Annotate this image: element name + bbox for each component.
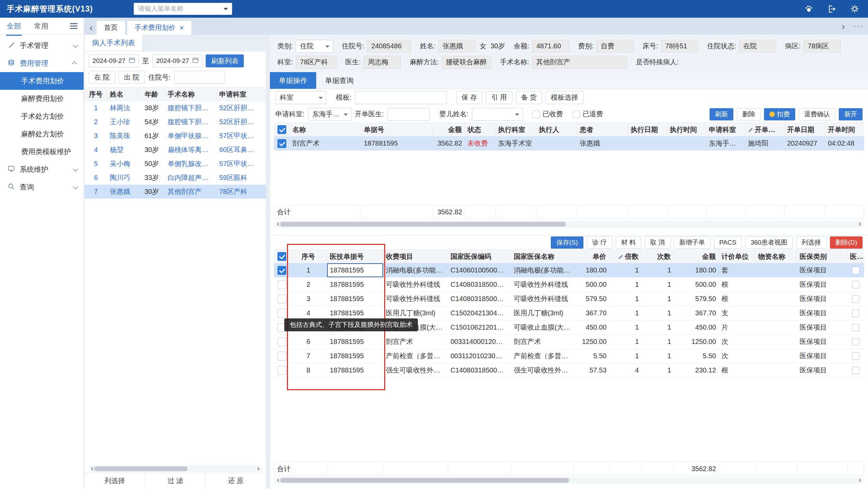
patient-360-view-button[interactable]: 360患者视图 bbox=[745, 236, 793, 249]
refund-confirm-button[interactable]: 退费确认 bbox=[799, 108, 836, 120]
tabs-more-icon[interactable]: ··· bbox=[848, 21, 868, 33]
row-checkbox[interactable] bbox=[852, 267, 859, 274]
charge-row[interactable]: 3 187881595 可吸收性外科缝线 C14080318500… 可吸收性外… bbox=[274, 292, 864, 306]
row-checkbox[interactable] bbox=[278, 280, 286, 289]
save-button[interactable]: 保 存 bbox=[456, 91, 483, 104]
category-select[interactable]: 住院 bbox=[296, 40, 333, 53]
tab-home[interactable]: 首页 bbox=[96, 21, 125, 35]
charge-row[interactable]: 1 187881595 消融电极(多功能手… C14060100500… 消融电… bbox=[274, 263, 864, 278]
row-checkbox[interactable] bbox=[278, 294, 286, 303]
row-checkbox[interactable] bbox=[852, 295, 859, 303]
treatment-button[interactable]: 诊 疗 bbox=[587, 236, 612, 249]
delete-button[interactable]: 删除 bbox=[737, 108, 761, 120]
table-row-selected[interactable]: 7 张惠娥 30岁 其他剖宫产 78区产科 bbox=[85, 185, 266, 199]
scrollbar-thumb[interactable] bbox=[280, 222, 566, 226]
save-charges-button[interactable]: 保存(S) bbox=[551, 236, 583, 249]
order-row[interactable]: 剖宫产术 187881595 3562.82 未收费 东海手术室 张惠娥 东海手… bbox=[274, 136, 864, 151]
charge-row[interactable]: 8 187881595 强生可吸收性外科… C14080318500… 强生可吸… bbox=[274, 363, 864, 378]
row-checkbox[interactable] bbox=[852, 352, 859, 360]
sidebar-item-anesthesia-fee-pricing[interactable]: 麻醉费用划价 bbox=[0, 90, 84, 107]
checkbox-icon[interactable] bbox=[532, 110, 540, 118]
date-from-input[interactable]: 2024-09-27 bbox=[89, 54, 139, 67]
scroll-left-icon[interactable] bbox=[89, 467, 93, 471]
table-row[interactable]: 6 陶川巧 33岁 白内障超声… 59区眼科 bbox=[85, 171, 266, 185]
tab-patient-surgery-list[interactable]: 病人手术列表 bbox=[85, 35, 143, 51]
stock-button[interactable]: 备 货 bbox=[516, 91, 542, 104]
scroll-left-icon[interactable] bbox=[275, 222, 279, 226]
sidebar-item-query[interactable]: 查询 bbox=[0, 178, 84, 196]
delete-charges-button[interactable]: 删除(D) bbox=[830, 236, 863, 249]
dept-select[interactable]: 科室 bbox=[276, 91, 326, 104]
new-order-button[interactable]: 新开 bbox=[839, 108, 863, 120]
order-doctor-input[interactable] bbox=[387, 108, 430, 121]
pacs-button[interactable]: PACS bbox=[714, 236, 742, 249]
scroll-right-icon[interactable] bbox=[258, 467, 262, 471]
column-select-button[interactable]: 列选择 bbox=[85, 473, 145, 488]
discharged-button[interactable]: 出 院 bbox=[119, 71, 145, 84]
add-sub-order-button[interactable]: 新增子单 bbox=[674, 236, 711, 249]
sidebar-item-anesthesia-prescription-pricing[interactable]: 麻醉处方划价 bbox=[0, 125, 84, 143]
tab-common[interactable]: 常用 bbox=[33, 19, 49, 33]
menu-icon[interactable] bbox=[70, 23, 78, 29]
row-checkbox[interactable] bbox=[852, 324, 859, 331]
paid-checkbox[interactable]: 已收费 bbox=[532, 109, 563, 119]
row-checkbox[interactable] bbox=[278, 309, 286, 318]
scrollbar-thumb[interactable] bbox=[94, 467, 188, 471]
tab-surgery-fee-pricing[interactable]: 手术费用划价 × bbox=[127, 21, 192, 35]
touch-icon[interactable] bbox=[804, 4, 813, 13]
charge-row[interactable]: 2 187881595 可吸收性外科缝线 C14080318500… 可吸收性外… bbox=[274, 278, 864, 292]
tabs-scroll-right-icon[interactable]: › bbox=[838, 21, 848, 33]
sidebar-item-surgery-prescription-pricing[interactable]: 手术处方划价 bbox=[0, 107, 84, 125]
template-select-button[interactable]: 模板选择 bbox=[545, 91, 584, 104]
scroll-right-icon[interactable] bbox=[859, 478, 863, 482]
tabs-scroll-left-icon[interactable]: ‹ bbox=[86, 23, 96, 35]
material-button[interactable]: 材 料 bbox=[616, 236, 641, 249]
sidebar-item-system-maintenance[interactable]: 系统维护 bbox=[0, 160, 84, 178]
horizontal-scrollbar[interactable] bbox=[88, 466, 263, 472]
baby-name-select[interactable] bbox=[472, 108, 523, 121]
sidebar-item-fee-management[interactable]: 费用管理 bbox=[0, 54, 84, 72]
cancel-button[interactable]: 取 消 bbox=[645, 236, 670, 249]
row-checkbox[interactable] bbox=[278, 266, 286, 275]
template-input[interactable] bbox=[355, 91, 447, 104]
doc-no-edit-cell[interactable]: 187881595 bbox=[327, 263, 383, 277]
row-checkbox[interactable] bbox=[852, 281, 859, 288]
tab-doc-query[interactable]: 单据查询 bbox=[316, 72, 362, 89]
menu-search-input[interactable] bbox=[134, 3, 232, 15]
horizontal-scrollbar[interactable] bbox=[274, 477, 864, 484]
table-row[interactable]: 5 吴小梅 50岁 单侧乳腺改… 57区甲状… bbox=[85, 157, 266, 171]
row-checkbox[interactable] bbox=[852, 338, 859, 345]
sidebar-item-surgery-fee-pricing[interactable]: 手术费用划价 bbox=[0, 72, 84, 90]
sidebar-item-surgery-management[interactable]: 手术管理 bbox=[0, 37, 84, 54]
checkbox-icon[interactable] bbox=[573, 110, 580, 118]
logout-icon[interactable] bbox=[828, 5, 836, 13]
close-icon[interactable]: × bbox=[179, 24, 184, 32]
table-row[interactable]: 3 陈美珠 61岁 单侧甲状腺… 57区甲状… bbox=[85, 129, 266, 143]
row-checkbox[interactable] bbox=[852, 310, 859, 317]
date-to-input[interactable]: 2024-09-27 bbox=[152, 54, 202, 67]
row-checkbox[interactable] bbox=[852, 367, 859, 374]
charge-button[interactable]: 扣费 bbox=[764, 108, 795, 120]
in-hospital-button[interactable]: 在 院 bbox=[89, 71, 115, 84]
restore-button[interactable]: 还 原 bbox=[206, 473, 266, 488]
quote-button[interactable]: 引 用 bbox=[486, 91, 512, 104]
chevron-down-icon[interactable] bbox=[223, 8, 228, 13]
scrollbar-thumb[interactable] bbox=[280, 478, 569, 483]
table-row[interactable]: 2 王小珍 54岁 腹腔镜下胆… 52区肝胆… bbox=[85, 115, 266, 129]
charge-row[interactable]: 6 187881595 剖宫产术 003314000120… 剖宫产术 1250… bbox=[274, 335, 864, 349]
table-row[interactable]: 1 林两法 38岁 腹腔镜下胆… 52区肝胆… bbox=[85, 101, 266, 115]
row-checkbox[interactable] bbox=[278, 338, 286, 346]
scroll-left-icon[interactable] bbox=[275, 478, 279, 482]
refresh-button[interactable]: 刷新 bbox=[710, 108, 733, 120]
table-row[interactable]: 4 杨堃 30岁 扁桃体等离… 60区耳鼻… bbox=[85, 143, 266, 157]
row-checkbox[interactable] bbox=[278, 366, 286, 375]
sidebar-item-fee-template-maintenance[interactable]: 费用类模板维护 bbox=[0, 143, 84, 160]
select-all-checkbox[interactable] bbox=[278, 125, 286, 134]
tab-doc-operate[interactable]: 单据操作 bbox=[270, 72, 316, 89]
refunded-checkbox[interactable]: 已退费 bbox=[573, 109, 603, 119]
settings-icon[interactable] bbox=[850, 4, 859, 13]
filter-button[interactable]: 过 滤 bbox=[145, 473, 206, 488]
admission-no-input[interactable] bbox=[174, 71, 225, 84]
scroll-right-icon[interactable] bbox=[859, 222, 863, 226]
column-select-button[interactable]: 列选择 bbox=[796, 236, 827, 249]
